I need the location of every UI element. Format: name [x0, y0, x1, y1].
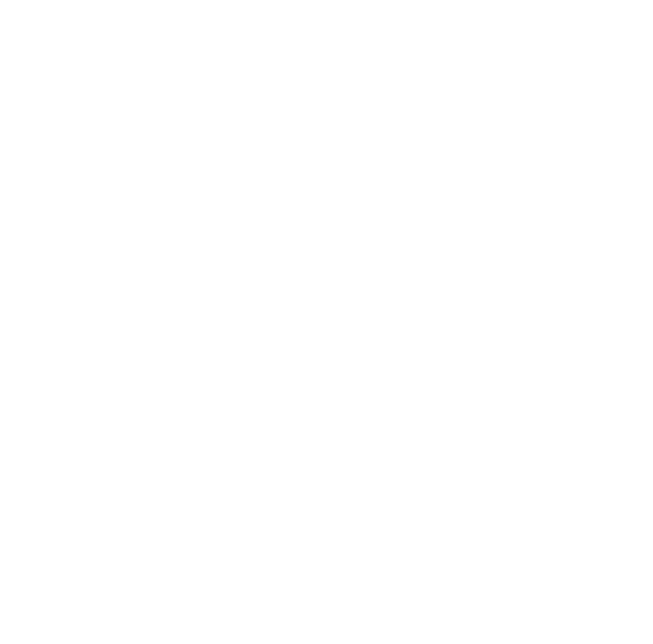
chart-canvas	[0, 0, 653, 644]
quikscat-storm-wind-plot	[0, 0, 653, 644]
